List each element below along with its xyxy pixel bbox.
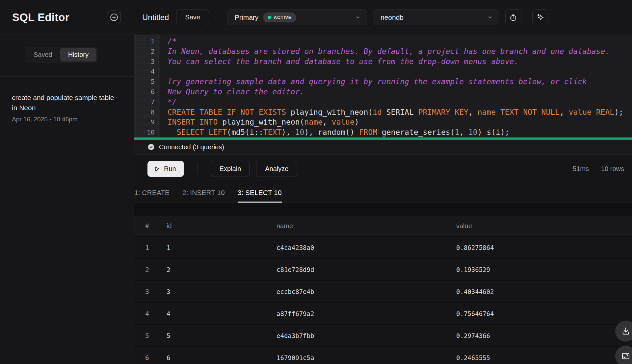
stopwatch-icon bbox=[509, 13, 517, 22]
ai-assist-button[interactable] bbox=[532, 9, 548, 25]
code-text: SELECT LEFT(md5(i::TEXT), 10), random() … bbox=[160, 127, 510, 137]
sidebar-header: SQL Editor bbox=[0, 0, 134, 35]
table-row[interactable]: 11c4ca4238a00.86275864 bbox=[134, 237, 632, 259]
explain-button[interactable]: Explain bbox=[211, 161, 250, 177]
table-cell: 4 bbox=[160, 310, 270, 317]
code-text: Try generating sample data and querying … bbox=[160, 77, 587, 87]
green-dot-icon bbox=[268, 16, 271, 19]
tab-history[interactable]: History bbox=[60, 48, 96, 61]
table-cell: 1 bbox=[134, 244, 160, 252]
code-line: 3You can select the branch and database … bbox=[134, 57, 632, 67]
history-item-title: create and populate sample table in Neon bbox=[12, 92, 115, 113]
code-text bbox=[160, 66, 168, 77]
table-row[interactable]: 661679091c5a0.2465555 bbox=[134, 347, 632, 364]
line-number: 6 bbox=[134, 87, 160, 97]
table-row[interactable]: 33eccbc87e4b0.40344602 bbox=[134, 281, 632, 303]
table-cell: 5 bbox=[160, 332, 270, 339]
code-text: New Query to clear the editor. bbox=[160, 87, 304, 97]
table-cell: 0.1936529 bbox=[450, 266, 632, 273]
results-table: #idnamevalue 11c4ca4238a00.8627586422c81… bbox=[134, 203, 632, 364]
table-cell: 0.40344602 bbox=[450, 288, 632, 295]
actions-divider bbox=[197, 163, 198, 174]
history-list: create and populate sample table in Neon… bbox=[0, 77, 134, 139]
chevron-down-icon bbox=[487, 14, 493, 20]
query-metrics: 51ms 10 rows bbox=[573, 165, 624, 173]
result-tab-2[interactable]: 2: INSERT 10 bbox=[182, 183, 225, 203]
table-row[interactable]: 55e4da3b7fbb0.2974366 bbox=[134, 325, 632, 347]
branch-name: Primary bbox=[235, 13, 258, 21]
page-title: SQL Editor bbox=[12, 11, 69, 24]
line-number: 9 bbox=[134, 117, 160, 127]
check-circle-icon bbox=[147, 143, 155, 151]
result-tabs: 1: CREATE2: INSERT 103: SELECT 10 bbox=[134, 183, 632, 203]
code-line: 6New Query to clear the editor. bbox=[134, 87, 632, 97]
tab-saved[interactable]: Saved bbox=[26, 48, 60, 61]
result-tab-1[interactable]: 1: CREATE bbox=[134, 183, 170, 203]
code-line: 1/* bbox=[134, 36, 632, 46]
table-cell: 0.75646764 bbox=[450, 310, 632, 317]
row-number-separator bbox=[160, 216, 160, 364]
table-body: 11c4ca4238a00.8627586422c81e728d9d0.1936… bbox=[134, 237, 632, 364]
table-cell: 3 bbox=[134, 288, 160, 296]
branch-status-label: ACTIVE bbox=[274, 15, 291, 20]
save-button[interactable]: Save bbox=[176, 10, 209, 25]
sql-editor[interactable]: 1/*2In Neon, databases are stored on bra… bbox=[134, 35, 632, 140]
saved-history-toggle: Saved History bbox=[25, 47, 97, 62]
table-row[interactable]: 22c81e728d9d0.1936529 bbox=[134, 259, 632, 281]
table-cell: c4ca4238a0 bbox=[270, 244, 450, 251]
line-number: 3 bbox=[134, 57, 160, 67]
code-line: 2In Neon, databases are stored on branch… bbox=[134, 46, 632, 57]
query-row-count: 10 rows bbox=[601, 165, 624, 173]
table-cell: 3 bbox=[160, 288, 270, 295]
code-text: You can select the branch and database t… bbox=[160, 57, 518, 67]
new-query-button[interactable] bbox=[107, 11, 121, 24]
column-header: id bbox=[160, 222, 270, 230]
column-header: # bbox=[134, 222, 160, 230]
chevron-down-icon bbox=[355, 14, 361, 20]
database-select[interactable]: neondb bbox=[373, 9, 499, 25]
code-line: 8CREATE TABLE IF NOT EXISTS playing_with… bbox=[134, 107, 632, 117]
code-line: 10 SELECT LEFT(md5(i::TEXT), 10), random… bbox=[134, 127, 632, 137]
analyze-button[interactable]: Analyze bbox=[256, 161, 297, 177]
code-text: /* bbox=[160, 36, 177, 46]
table-cell: e4da3b7fbb bbox=[270, 332, 450, 339]
line-number: 8 bbox=[134, 107, 160, 117]
code-line: 5Try generating sample data and querying… bbox=[134, 77, 632, 87]
run-button[interactable]: Run bbox=[147, 161, 184, 177]
selected-query-highlight bbox=[134, 137, 632, 140]
result-tab-3[interactable]: 3: SELECT 10 bbox=[238, 183, 282, 203]
actions-row: Run Explain Analyze 51ms 10 rows bbox=[134, 155, 632, 183]
line-number: 7 bbox=[134, 97, 160, 107]
code-text: */ bbox=[160, 97, 177, 107]
circle-plus-icon bbox=[110, 13, 118, 22]
line-number: 1 bbox=[134, 36, 160, 46]
history-item[interactable]: create and populate sample table in Neon… bbox=[12, 92, 122, 123]
expand-icon bbox=[621, 352, 630, 361]
sparkles-icon bbox=[536, 13, 545, 22]
app-root: SQL Editor Saved History create and popu… bbox=[0, 0, 632, 364]
table-cell: 1 bbox=[160, 244, 270, 251]
table-row[interactable]: 44a87ff679a20.75646764 bbox=[134, 303, 632, 325]
table-cell: 5 bbox=[134, 332, 160, 340]
query-duration: 51ms bbox=[573, 165, 589, 173]
doc-title: Untitled bbox=[142, 13, 169, 22]
table-cell: c81e728d9d bbox=[270, 266, 450, 273]
column-header: value bbox=[450, 222, 632, 230]
table-cell: 0.86275864 bbox=[450, 244, 632, 251]
code-line: 4 bbox=[134, 66, 632, 77]
line-number: 2 bbox=[134, 46, 160, 57]
table-cell: 6 bbox=[160, 354, 270, 361]
branch-select[interactable]: Primary ACTIVE bbox=[227, 9, 367, 25]
table-cell: 6 bbox=[134, 354, 160, 362]
column-header: name bbox=[270, 222, 450, 230]
query-history-button[interactable] bbox=[505, 9, 521, 25]
line-number: 10 bbox=[134, 127, 160, 137]
line-number: 5 bbox=[134, 77, 160, 87]
toolbar-divider bbox=[527, 0, 527, 35]
table-cell: 0.2974366 bbox=[450, 332, 632, 339]
code-line: 7*/ bbox=[134, 97, 632, 107]
branch-status-badge: ACTIVE bbox=[263, 12, 296, 22]
table-cell: eccbc87e4b bbox=[270, 288, 450, 295]
code-text: INSERT INTO playing_with_neon(name, valu… bbox=[160, 117, 359, 127]
table-cell: 2 bbox=[160, 266, 270, 273]
